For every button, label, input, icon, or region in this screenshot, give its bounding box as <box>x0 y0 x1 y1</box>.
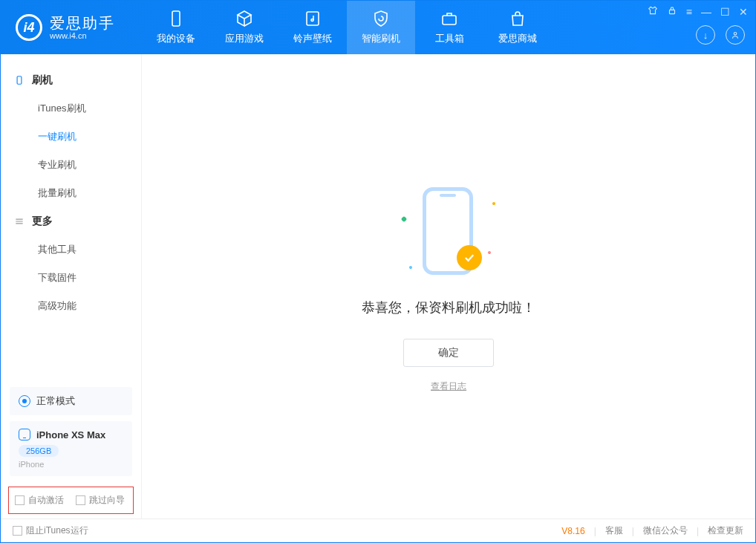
success-illustration <box>393 180 504 284</box>
main-content: 恭喜您，保资料刷机成功啦！ 确定 查看日志 <box>142 54 755 518</box>
sidebar-item-download-firmware[interactable]: 下载固件 <box>1 264 141 292</box>
footer-link-update[interactable]: 检查更新 <box>708 524 743 537</box>
svg-point-2 <box>311 19 313 22</box>
tab-toolbox[interactable]: 工具箱 <box>415 1 483 54</box>
options-row: 自动激活 跳过向导 <box>8 487 134 514</box>
title-bar: i4 爱思助手 www.i4.cn 我的设备 应用游戏 铃声壁纸 智能刷机 工具… <box>1 1 755 54</box>
briefcase-icon <box>440 10 458 27</box>
checkbox-block-itunes[interactable]: 阻止iTunes运行 <box>13 524 88 537</box>
tab-smart-flash[interactable]: 智能刷机 <box>347 1 415 54</box>
tab-label: 工具箱 <box>435 32 464 45</box>
checkbox-auto-activate[interactable]: 自动激活 <box>15 494 64 507</box>
maximize-button[interactable]: ☐ <box>720 6 730 18</box>
download-icon[interactable]: ↓ <box>696 25 715 45</box>
app-url: www.i4.cn <box>50 31 115 40</box>
footer-link-wechat[interactable]: 微信公众号 <box>643 524 688 537</box>
tab-apps-games[interactable]: 应用游戏 <box>210 1 278 54</box>
svg-rect-3 <box>443 16 456 25</box>
tab-label: 爱思商城 <box>498 32 537 45</box>
tab-label: 智能刷机 <box>362 32 400 45</box>
shopping-bag-icon <box>509 10 527 27</box>
version-label: V8.16 <box>561 526 584 536</box>
tab-label: 应用游戏 <box>225 32 264 45</box>
list-icon <box>14 216 25 227</box>
mode-icon <box>19 395 30 407</box>
device-icon <box>14 75 25 85</box>
sidebar-item-batch-flash[interactable]: 批量刷机 <box>1 179 141 207</box>
sidebar-item-other-tools[interactable]: 其他工具 <box>1 235 141 264</box>
shield-refresh-icon <box>372 10 390 27</box>
svg-rect-6 <box>17 77 22 85</box>
checkbox-skip-wizard[interactable]: 跳过向导 <box>76 494 125 507</box>
sidebar-item-oneclick-flash[interactable]: 一键刷机 <box>1 123 141 151</box>
close-button[interactable]: ✕ <box>739 6 748 18</box>
device-card[interactable]: iPhone XS Max 256GB iPhone <box>10 421 132 476</box>
mode-card[interactable]: 正常模式 <box>10 387 132 415</box>
app-title: 爱思助手 <box>50 15 115 31</box>
status-bar: 阻止iTunes运行 V8.16 | 客服 | 微信公众号 | 检查更新 <box>1 518 755 542</box>
sidebar-group-flash: 刷机 <box>1 66 141 94</box>
main-tabs: 我的设备 应用游戏 铃声壁纸 智能刷机 工具箱 爱思商城 <box>142 1 552 54</box>
confirm-button[interactable]: 确定 <box>403 339 494 367</box>
sidebar-item-pro-flash[interactable]: 专业刷机 <box>1 151 141 179</box>
sidebar-item-itunes-flash[interactable]: iTunes刷机 <box>1 94 141 123</box>
user-icon[interactable] <box>726 25 745 45</box>
svg-point-5 <box>734 33 737 36</box>
sidebar-item-advanced[interactable]: 高级功能 <box>1 292 141 320</box>
sidebar: 刷机 iTunes刷机 一键刷机 专业刷机 批量刷机 更多 其他工具 下载固件 … <box>1 54 142 518</box>
check-icon <box>457 245 482 270</box>
mode-label: 正常模式 <box>36 394 75 408</box>
result-message: 恭喜您，保资料刷机成功啦！ <box>362 299 535 316</box>
tab-store[interactable]: 爱思商城 <box>483 1 552 54</box>
menu-icon[interactable]: ≡ <box>686 6 692 18</box>
footer-link-support[interactable]: 客服 <box>605 524 623 537</box>
svg-rect-0 <box>172 11 180 26</box>
device-name: iPhone XS Max <box>36 429 105 440</box>
logo-icon: i4 <box>16 14 42 41</box>
tab-my-device[interactable]: 我的设备 <box>142 1 210 54</box>
device-small-icon <box>19 429 30 440</box>
device-type: iPhone <box>19 460 123 469</box>
tab-label: 我的设备 <box>157 32 195 45</box>
device-capacity-badge: 256GB <box>19 445 59 457</box>
phone-icon <box>167 10 185 27</box>
tab-label: 铃声壁纸 <box>293 32 332 45</box>
cube-icon <box>235 10 253 27</box>
svg-rect-4 <box>669 10 674 13</box>
tab-ringtones-wallpapers[interactable]: 铃声壁纸 <box>278 1 347 54</box>
music-note-icon <box>304 10 322 27</box>
lock-icon[interactable] <box>667 5 677 18</box>
app-logo: i4 爱思助手 www.i4.cn <box>1 1 142 54</box>
minimize-button[interactable]: — <box>701 6 711 18</box>
sidebar-group-more: 更多 <box>1 207 141 235</box>
view-log-link[interactable]: 查看日志 <box>431 380 466 393</box>
shirt-icon[interactable] <box>648 5 658 18</box>
